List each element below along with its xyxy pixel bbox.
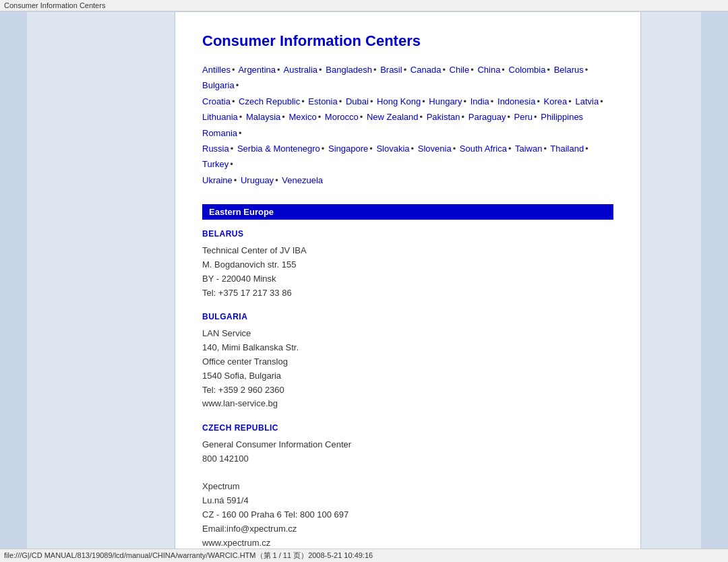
nav-link-turkey[interactable]: Turkey xyxy=(202,159,229,169)
nav-link-bulgaria[interactable]: Bulgaria xyxy=(202,80,235,90)
nav-link-antilles[interactable]: Antilles xyxy=(202,65,231,75)
nav-link-paraguay[interactable]: Paraguay xyxy=(468,112,506,122)
nav-link-hungary[interactable]: Hungary xyxy=(429,96,462,106)
nav-link-estonia[interactable]: Estonia xyxy=(308,96,337,106)
nav-link-peru[interactable]: Peru xyxy=(514,112,533,122)
nav-link-venezuela[interactable]: Venezuela xyxy=(282,175,323,185)
country-title-belarus: BELARUS xyxy=(202,229,613,239)
country-block-bulgaria: BULGARIA LAN Service 140, Mimi Balkanska… xyxy=(202,312,613,411)
left-sidebar xyxy=(0,12,27,562)
nav-link-thailand[interactable]: Thailand xyxy=(550,144,584,154)
nav-link-taiwan[interactable]: Taiwan xyxy=(515,144,542,154)
nav-link-slovenia[interactable]: Slovenia xyxy=(418,144,452,154)
nav-link-new-zealand[interactable]: New Zealand xyxy=(367,112,419,122)
nav-link-slovakia[interactable]: Slovakia xyxy=(376,144,409,154)
nav-link-indonesia[interactable]: Indonesia xyxy=(497,96,535,106)
nav-links: Antilles• Argentina• Australia• Banglade… xyxy=(202,62,613,188)
nav-link-argentina[interactable]: Argentina xyxy=(238,65,276,75)
nav-link-serbia[interactable]: Serbia & Montenegro xyxy=(237,144,320,154)
country-block-belarus: BELARUS Technical Center of JV IBA M. Bo… xyxy=(202,229,613,300)
country-info-belarus: Technical Center of JV IBA M. Bogdanovic… xyxy=(202,244,613,300)
nav-link-belarus[interactable]: Belarus xyxy=(554,65,584,75)
nav-link-china[interactable]: China xyxy=(477,65,500,75)
page-title: Consumer Information Centers xyxy=(202,32,613,50)
nav-link-malaysia[interactable]: Malaysia xyxy=(246,112,280,122)
nav-link-lithuania[interactable]: Lithuania xyxy=(202,112,238,122)
right-sidebar xyxy=(701,12,728,562)
nav-link-morocco[interactable]: Morocco xyxy=(325,112,359,122)
country-title-czech-republic: CZECH REPUBLIC xyxy=(202,423,613,433)
nav-link-ukraine[interactable]: Ukraine xyxy=(202,175,233,185)
nav-link-brasil[interactable]: Brasil xyxy=(380,65,402,75)
status-bar-text: file:///G|/CD MANUAL/813/19089/lcd/manua… xyxy=(4,551,373,559)
country-block-czech-republic: CZECH REPUBLIC General Consumer Informat… xyxy=(202,423,613,550)
right-panel xyxy=(640,12,701,562)
country-info-czech-republic: General Consumer Information Center 800 … xyxy=(202,438,613,550)
country-info-bulgaria: LAN Service 140, Mimi Balkanska Str. Off… xyxy=(202,327,613,411)
title-bar-text: Consumer Information Centers xyxy=(4,1,105,9)
left-panel xyxy=(27,12,175,562)
nav-link-korea[interactable]: Korea xyxy=(544,96,568,106)
nav-link-croatia[interactable]: Croatia xyxy=(202,96,231,106)
nav-link-canada[interactable]: Canada xyxy=(411,65,442,75)
nav-link-chile[interactable]: Chile xyxy=(450,65,470,75)
nav-link-colombia[interactable]: Colombia xyxy=(509,65,546,75)
nav-link-dubai[interactable]: Dubai xyxy=(346,96,369,106)
nav-link-australia[interactable]: Australia xyxy=(284,65,318,75)
nav-link-romania[interactable]: Romania xyxy=(202,128,237,138)
nav-link-uruguay[interactable]: Uruguay xyxy=(241,175,274,185)
nav-link-czech-republic[interactable]: Czech Republic xyxy=(239,96,300,106)
nav-link-mexico[interactable]: Mexico xyxy=(289,112,316,122)
nav-link-russia[interactable]: Russia xyxy=(202,144,229,154)
main-content: Consumer Information Centers Antilles• A… xyxy=(175,12,640,562)
nav-link-india[interactable]: India xyxy=(471,96,489,106)
nav-link-philippines[interactable]: Philippines xyxy=(541,112,583,122)
title-bar: Consumer Information Centers xyxy=(0,0,728,11)
nav-link-south-africa[interactable]: South Africa xyxy=(460,144,507,154)
page-wrapper: Consumer Information Centers Antilles• A… xyxy=(0,0,728,562)
nav-link-hong-kong[interactable]: Hong Kong xyxy=(377,96,421,106)
nav-link-pakistan[interactable]: Pakistan xyxy=(427,112,460,122)
nav-link-latvia[interactable]: Latvia xyxy=(576,96,599,106)
status-bar: file:///G|/CD MANUAL/813/19089/lcd/manua… xyxy=(0,549,728,562)
nav-link-singapore[interactable]: Singapore xyxy=(328,144,368,154)
country-title-bulgaria: BULGARIA xyxy=(202,312,613,321)
section-header: Eastern Europe xyxy=(202,204,613,220)
nav-link-bangladesh[interactable]: Bangladesh xyxy=(326,65,372,75)
